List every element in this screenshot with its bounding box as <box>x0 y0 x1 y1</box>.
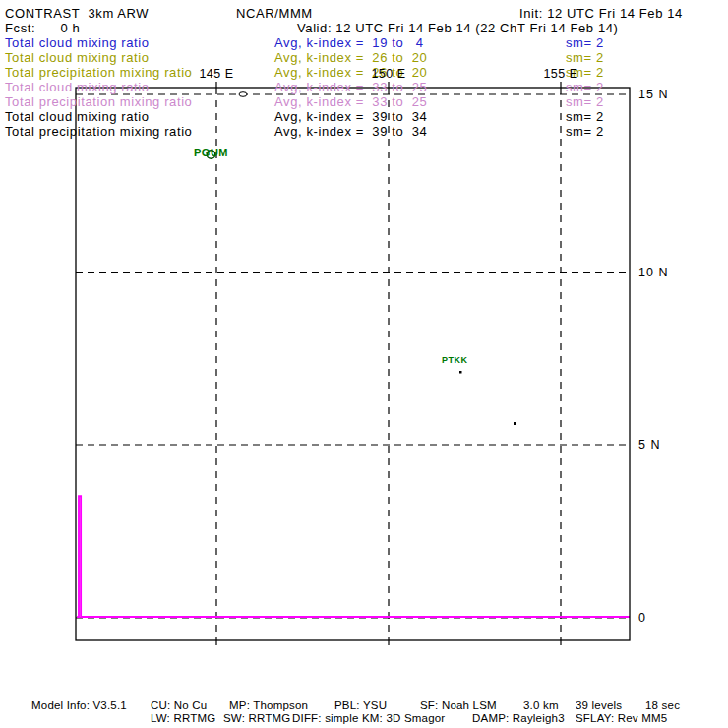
header-center: NCAR/MMM <box>236 6 313 21</box>
footer-segment: MP: Thompson <box>229 699 308 711</box>
x-tick-label: 145 E <box>189 67 244 81</box>
legend-label: Total cloud mixing ratio <box>5 50 150 65</box>
legend-row: Total cloud mixing ratioAvg, k-index = 3… <box>0 109 728 124</box>
legend-sm: sm= 2 <box>566 35 604 50</box>
legend-kindex: Avg, k-index = 19 to 4 <box>274 35 424 50</box>
island-mark <box>514 422 516 425</box>
legend-label: Total precipitation mixing ratio <box>5 65 192 80</box>
y-tick-label: 0 <box>638 611 646 625</box>
y-tick-label: 15 N <box>638 88 668 101</box>
legend-row: Total precipitation mixing ratioAvg, k-i… <box>0 94 728 109</box>
legend-sm: sm= 2 <box>566 80 604 94</box>
station-marker-dot <box>459 371 462 374</box>
legend-sm: sm= 2 <box>566 50 604 65</box>
footer-segment: 18 sec <box>645 699 680 711</box>
legend-sm: sm= 2 <box>566 94 604 109</box>
footer-segment: DIFF: simple KM: 3D Smagor <box>292 712 445 724</box>
map-border <box>76 88 630 640</box>
legend-label: Total cloud mixing ratio <box>5 109 150 124</box>
footer-segment: SW: RRTMG <box>223 712 290 724</box>
station-label-pgum: PGUM <box>194 147 228 158</box>
footer-segment: PBL: YSU <box>334 699 387 711</box>
x-tick-label: 150 E <box>361 67 416 81</box>
legend-sm: sm= 2 <box>566 124 604 139</box>
footer-segment: SF: Noah LSM <box>420 699 497 711</box>
header-valid-time: Valid: 12 UTC Fri 14 Feb 14 (22 ChT Fri … <box>297 21 618 35</box>
legend-kindex: Avg, k-index = 39 to 34 <box>274 124 427 139</box>
legend-kindex: Avg, k-index = 33 to 25 <box>274 80 427 94</box>
header-init-time: Init: 12 UTC Fri 14 Feb 14 <box>519 6 683 21</box>
legend-row: Total cloud mixing ratioAvg, k-index = 1… <box>0 35 728 50</box>
legend-sm: sm= 2 <box>566 109 604 124</box>
footer-segment: 39 levels <box>576 699 622 711</box>
legend-row: Total cloud mixing ratioAvg, k-index = 3… <box>0 80 728 94</box>
footer-segment: Model Info: V3.5.1 <box>31 699 127 711</box>
legend-row: Total precipitation mixing ratioAvg, k-i… <box>0 124 728 139</box>
legend-kindex: Avg, k-index = 26 to 20 <box>274 50 427 65</box>
legend-kindex: Avg, k-index = 33 to 25 <box>274 94 427 109</box>
footer-segment: SFLAY: Rev MM5 <box>576 712 667 724</box>
y-tick-label: 5 N <box>638 438 660 452</box>
footer-segment: CU: No Cu <box>151 699 207 711</box>
footer-segment: DAMP: Rayleigh3 <box>472 712 565 724</box>
header-program: CONTRAST 3km ARW <box>5 6 149 21</box>
legend-label: Total precipitation mixing ratio <box>5 124 192 139</box>
footer-segment: LW: RRTMG <box>151 712 215 724</box>
legend-kindex: Avg, k-index = 39 to 34 <box>274 109 427 124</box>
footer-segment: 3.0 km <box>523 699 559 711</box>
model-plot-page: CONTRAST 3km ARW NCAR/MMM Init: 12 UTC F… <box>0 0 728 728</box>
x-tick-label: 155 E <box>533 67 588 81</box>
data-trace <box>77 496 630 617</box>
legend-label: Total cloud mixing ratio <box>5 80 150 94</box>
legend-label: Total cloud mixing ratio <box>5 35 150 50</box>
station-label-ptkk: PTKK <box>442 355 468 365</box>
legend-row: Total cloud mixing ratioAvg, k-index = 2… <box>0 50 728 65</box>
header-forecast-hour: Fcst: 0 h <box>5 21 80 35</box>
y-tick-label: 10 N <box>638 266 668 279</box>
legend-label: Total precipitation mixing ratio <box>5 94 192 109</box>
